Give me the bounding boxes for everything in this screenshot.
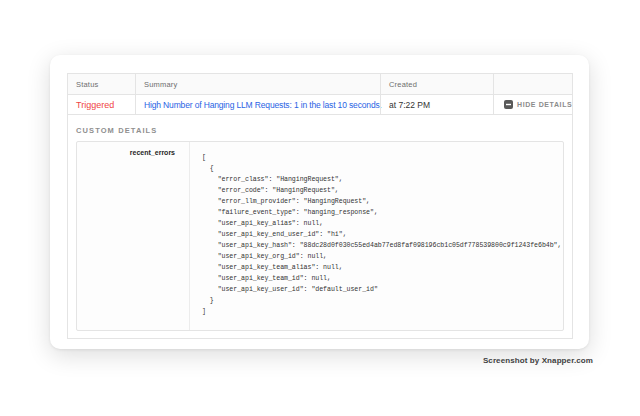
recent-errors-json: [ { "error_class": "HangingRequest", "er… bbox=[190, 142, 563, 317]
alert-summary-link[interactable]: High Number of Hanging LLM Requests: 1 i… bbox=[144, 100, 382, 110]
recent-errors-field-value: [ { "error_class": "HangingRequest", "er… bbox=[189, 142, 563, 330]
column-header-summary: Summary bbox=[135, 74, 380, 94]
table-header-row: Status Summary Created bbox=[68, 74, 572, 95]
page: Status Summary Created Triggered High Nu… bbox=[0, 0, 640, 416]
alert-card: Status Summary Created Triggered High Nu… bbox=[50, 55, 589, 349]
alerts-table: Status Summary Created Triggered High Nu… bbox=[67, 73, 573, 339]
created-time: at 7:22 PM bbox=[380, 95, 493, 114]
recent-errors-field-label: recent_errors bbox=[77, 142, 189, 330]
status-badge: Triggered bbox=[68, 95, 135, 114]
custom-details-title: CUSTOM DETAILS bbox=[76, 126, 157, 135]
column-header-created: Created bbox=[380, 74, 493, 94]
collapse-minus-square-icon bbox=[504, 100, 513, 109]
hide-details-label: HIDE DETAILS bbox=[517, 101, 572, 108]
watermark-text: Screenshot by Xnapper.com bbox=[483, 356, 593, 365]
custom-details-box: recent_errors [ { "error_class": "Hangin… bbox=[76, 141, 564, 331]
column-header-status: Status bbox=[68, 74, 135, 94]
alert-table-row: Triggered High Number of Hanging LLM Req… bbox=[68, 95, 572, 115]
column-header-actions bbox=[493, 74, 572, 94]
details-row: CUSTOM DETAILS recent_errors [ { "error_… bbox=[68, 115, 572, 336]
hide-details-button[interactable]: HIDE DETAILS bbox=[502, 100, 572, 109]
